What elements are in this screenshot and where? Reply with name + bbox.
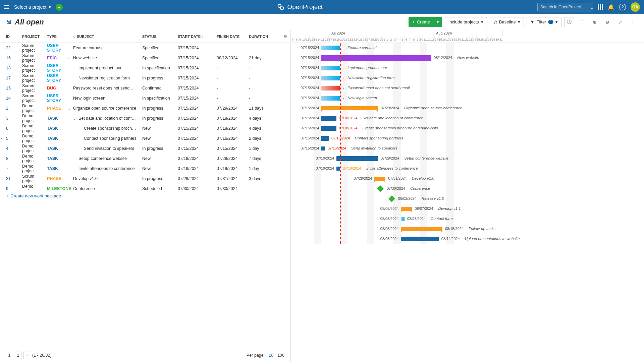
- table-row[interactable]: 18Scrum projectUSER STORYImplement produ…: [0, 63, 290, 73]
- project-selector[interactable]: Select a project ▾: [14, 4, 51, 10]
- wp-subject[interactable]: Contact sponsoring partners: [73, 136, 142, 141]
- table-row[interactable]: 31Scrum projectPHASEDevelop v1.0In progr…: [0, 174, 290, 184]
- wp-id[interactable]: 22: [6, 46, 22, 50]
- wp-subject[interactable]: Develop v1.0: [73, 176, 142, 181]
- search-input[interactable]: [540, 5, 591, 9]
- app-grid-icon[interactable]: [598, 4, 603, 10]
- wp-subject[interactable]: Create sponsorship brochure an...: [73, 126, 142, 131]
- gantt-bar[interactable]: [321, 146, 325, 150]
- wp-id[interactable]: 2: [6, 106, 22, 111]
- gantt-bar[interactable]: [321, 96, 340, 101]
- table-row[interactable]: 4Demo projectTASKSend invitation to spea…: [0, 143, 290, 154]
- gantt-bar[interactable]: [336, 167, 340, 171]
- wp-subject[interactable]: Newsletter registration form: [73, 76, 142, 80]
- baseline-button[interactable]: ◎ Baseline ▾: [490, 17, 524, 27]
- wp-subject[interactable]: Send invitation to speakers: [73, 146, 142, 151]
- col-duration[interactable]: DURATION: [249, 35, 276, 39]
- table-row[interactable]: 3Demo projectTASK⌄Set date and location …: [0, 113, 290, 123]
- table-row[interactable]: ›5Demo projectTASKContact sponsoring par…: [0, 133, 290, 143]
- col-project[interactable]: PROJECT: [22, 35, 47, 39]
- gantt-bar[interactable]: [401, 217, 405, 221]
- col-type[interactable]: TYPE: [47, 35, 73, 39]
- col-start[interactable]: START DATE↑: [178, 35, 217, 39]
- gantt-bar[interactable]: [401, 237, 439, 241]
- table-row[interactable]: 14Scrum projectUSER STORYNew login scree…: [0, 93, 290, 103]
- gantt-bar[interactable]: [401, 227, 442, 231]
- more-menu[interactable]: ⋮: [628, 17, 638, 27]
- wp-id[interactable]: 16: [6, 56, 22, 60]
- table-row[interactable]: 7Demo projectTASKInvite attendees to con…: [0, 164, 290, 174]
- zoom-out-button[interactable]: ⊖: [602, 17, 612, 27]
- per-page-20[interactable]: 20: [269, 353, 273, 358]
- milestone-diamond[interactable]: [377, 185, 384, 192]
- table-row[interactable]: 9Demo projectMILESTONEConferenceSchedule…: [0, 184, 290, 190]
- col-finish[interactable]: FINISH DATE: [217, 35, 249, 39]
- gear-icon[interactable]: ⚙: [284, 34, 287, 39]
- zen-mode-button[interactable]: ⛶: [577, 17, 587, 27]
- gantt-bar[interactable]: [321, 116, 336, 121]
- fullscreen-button[interactable]: ⤢: [615, 17, 625, 27]
- wp-subject[interactable]: Implement product tour: [73, 66, 142, 70]
- table-row[interactable]: 6Demo projectTASKCreate sponsorship broc…: [0, 123, 290, 133]
- expand-icon[interactable]: ⌄: [68, 56, 71, 60]
- wp-id[interactable]: 14: [6, 96, 22, 101]
- wp-id[interactable]: 5: [6, 136, 22, 141]
- col-status[interactable]: STATUS: [142, 35, 178, 39]
- wp-subject[interactable]: ⌄Set date and location of conference: [73, 116, 142, 121]
- wp-id[interactable]: 18: [6, 66, 22, 70]
- col-subject[interactable]: ⌵SUBJECT: [73, 34, 142, 39]
- wp-id[interactable]: 7: [6, 166, 22, 171]
- create-button[interactable]: + Create: [409, 17, 434, 27]
- wp-id[interactable]: 17: [6, 76, 22, 80]
- avatar[interactable]: OA: [631, 2, 640, 12]
- wp-id[interactable]: 15: [6, 86, 22, 90]
- gantt-bar[interactable]: [401, 207, 412, 211]
- wp-id[interactable]: 9: [6, 186, 22, 190]
- info-button[interactable]: ⓘ: [564, 17, 574, 27]
- gantt-bar[interactable]: [374, 177, 386, 181]
- gantt-bar[interactable]: [336, 156, 378, 161]
- create-new-wp[interactable]: + Create new work package: [0, 190, 290, 201]
- gantt-bar[interactable]: [321, 46, 340, 50]
- wp-id[interactable]: 31: [6, 176, 22, 181]
- expand-icon[interactable]: ⌄: [68, 106, 71, 111]
- page-2[interactable]: 2: [15, 352, 21, 359]
- table-row[interactable]: 2Demo projectPHASE⌄Organize open source …: [0, 103, 290, 113]
- wp-subject[interactable]: Password reset does not send email: [73, 86, 142, 90]
- table-row[interactable]: 15Scrum projectBUGPassword reset does no…: [0, 83, 290, 93]
- bell-icon[interactable]: 🔔: [608, 4, 614, 10]
- filter-button[interactable]: ▼ Filter 1 ▾: [527, 17, 561, 27]
- gantt-bar[interactable]: [321, 86, 340, 90]
- col-id[interactable]: ID: [6, 35, 22, 39]
- wp-subject[interactable]: Conference: [73, 186, 142, 190]
- hamburger-icon[interactable]: [4, 5, 9, 9]
- table-row[interactable]: 8Demo projectTASKSetup conference websit…: [0, 154, 290, 164]
- wp-subject[interactable]: ⌄Organize open source conference: [73, 106, 142, 111]
- expand-icon[interactable]: ⌄: [73, 116, 76, 121]
- wp-subject[interactable]: ⌄New website: [73, 56, 142, 60]
- global-search[interactable]: ⌕: [537, 3, 593, 11]
- wp-subject[interactable]: Feature carousel: [73, 46, 142, 50]
- save-icon[interactable]: 🖫: [6, 19, 11, 25]
- wp-id[interactable]: 3: [6, 116, 22, 121]
- gantt-bar[interactable]: [321, 55, 431, 61]
- gantt-bar[interactable]: [321, 136, 329, 141]
- zoom-in-button[interactable]: ⊕: [590, 17, 600, 27]
- table-row[interactable]: 22Scrum projectUSER STORYFeature carouse…: [0, 43, 290, 53]
- milestone-diamond[interactable]: [388, 195, 395, 202]
- page-next[interactable]: ›: [23, 352, 30, 359]
- gantt-bar[interactable]: [321, 76, 340, 80]
- wp-id[interactable]: 4: [6, 146, 22, 151]
- gantt-bar[interactable]: [321, 66, 340, 70]
- table-row[interactable]: 16Scrum projectEPIC⌄New websiteSpecified…: [0, 53, 290, 63]
- wp-subject[interactable]: Invite attendees to conference: [73, 166, 142, 171]
- wp-id[interactable]: 8: [6, 156, 22, 161]
- create-dropdown[interactable]: ▾: [434, 17, 442, 27]
- wp-subject[interactable]: New login screen: [73, 96, 142, 101]
- help-icon[interactable]: ?: [619, 4, 626, 10]
- per-page-100[interactable]: 100: [277, 353, 284, 358]
- include-projects-button[interactable]: Include projects ▾: [445, 17, 487, 27]
- wp-id[interactable]: 6: [6, 126, 22, 131]
- gantt-bar[interactable]: [321, 106, 378, 110]
- table-row[interactable]: 17Scrum projectUSER STORYNewsletter regi…: [0, 73, 290, 83]
